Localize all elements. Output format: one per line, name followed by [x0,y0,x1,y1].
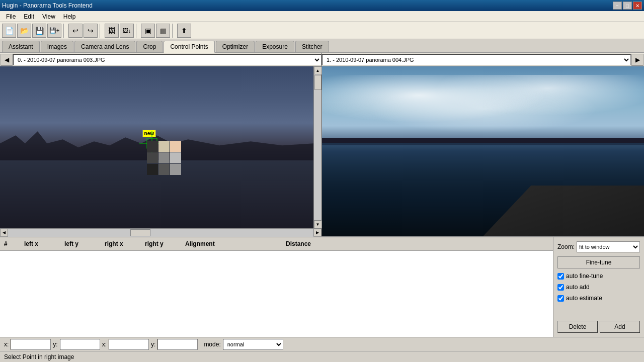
scroll-down-btn[interactable]: ▼ [314,220,322,228]
menu-file[interactable]: File [2,12,20,21]
y-left-input[interactable] [60,339,100,350]
bottom-section: # left x left y right x right y Alignmen… [0,236,644,337]
import-button[interactable]: 🖼 [105,24,119,38]
tab-control-points[interactable]: Control Points [164,41,214,53]
svg-rect-6 [147,152,158,163]
menu-help[interactable]: Help [59,12,80,21]
scroll-left-btn[interactable]: ◀ [0,229,8,237]
saveas-button[interactable]: 💾+ [47,24,61,38]
auto-estimate-checkbox[interactable] [557,295,564,302]
sep1 [63,24,66,38]
left-image-with-scroll: new [0,66,321,228]
x-left-input[interactable] [11,339,51,350]
zoom-row: Zoom: fit to window 25% 50% 75% 100% 150… [557,241,640,252]
svg-rect-12 [158,141,170,152]
save-button[interactable]: 💾 [32,24,46,38]
right-selector-row: 1. - 2010-09-07 panorama 004.JPG 0. - 20… [322,53,644,66]
x-right-input[interactable] [109,339,149,350]
minimize-button[interactable]: − [613,2,622,10]
auto-fine-tune-checkbox[interactable] [557,273,564,280]
delete-button[interactable]: Delete [557,321,598,333]
left-panel: ◀ 0. - 2010-09-07 panorama 003.JPG 1. - … [0,53,322,236]
left-image-canvas[interactable]: new [0,66,313,228]
right-image-select[interactable]: 1. - 2010-09-07 panorama 004.JPG 0. - 20… [322,54,631,65]
preview-button[interactable]: ▣ [141,24,155,38]
col-left-y: left y [60,239,101,248]
x-right-label: x: [102,341,107,348]
new-button[interactable]: 📄 [2,24,16,38]
sep2 [100,24,103,38]
main-area: ◀ 0. - 2010-09-07 panorama 003.JPG 1. - … [0,53,644,362]
col-distance: Distance [282,239,332,248]
right-controls-panel: Zoom: fit to window 25% 50% 75% 100% 150… [553,237,644,337]
maximize-button[interactable]: □ [623,2,632,10]
left-image-select[interactable]: 0. - 2010-09-07 panorama 003.JPG 1. - 20… [13,54,321,65]
left-scrollbar-horizontal[interactable]: ◀ ▶ [0,228,321,236]
scroll-hthumb[interactable] [130,229,150,236]
svg-rect-9 [147,164,158,175]
svg-rect-3 [147,141,158,152]
add-button[interactable]: Add [600,321,640,333]
image-row: ◀ 0. - 2010-09-07 panorama 003.JPG 1. - … [0,53,644,236]
close-button[interactable]: ✕ [633,2,642,10]
menu-edit[interactable]: Edit [20,12,38,21]
stitch-button[interactable]: ⬆ [177,24,191,38]
auto-fine-tune-label: auto fine-tune [566,273,603,280]
tab-camera-lens[interactable]: Camera and Lens [74,41,135,52]
coord-bar: x: y: x: y: mode: normal fine-tune add [0,337,644,351]
undo-button[interactable]: ↩ [68,24,83,38]
tab-assistant[interactable]: Assistant [2,41,40,52]
tab-crop[interactable]: Crop [136,41,163,52]
col-alignment: Alignment [181,239,282,248]
tab-images[interactable]: Images [41,41,73,52]
fine-tune-button[interactable]: Fine-tune [557,256,640,268]
svg-rect-8 [170,152,181,163]
auto-fine-tune-row: auto fine-tune [557,273,640,280]
menu-view[interactable]: View [38,12,59,21]
control-points-table[interactable]: # left x left y right x right y Alignmen… [0,237,553,337]
mode-select[interactable]: normal fine-tune add [223,339,283,350]
scroll-htrack[interactable] [8,229,313,237]
add-delete-row: Delete Add [557,321,640,333]
right-clouds [322,75,644,143]
table-body [0,251,553,326]
sep4 [172,24,175,38]
right-nav-next[interactable]: ▶ [631,54,643,66]
x-left-label: x: [4,341,9,348]
y-left-label: y: [53,341,57,348]
zoom-select[interactable]: fit to window 25% 50% 75% 100% 150% 200% [577,241,640,252]
left-nav-prev[interactable]: ◀ [1,54,13,66]
col-right-y: right y [141,239,181,248]
cp-preview-grid [147,141,182,176]
y-right-input[interactable] [157,339,198,350]
y-right-label: y: [151,341,155,348]
svg-rect-11 [170,164,181,175]
svg-rect-13 [170,141,181,152]
scroll-up-btn[interactable]: ▲ [314,66,322,74]
left-scrollbar-vertical[interactable]: ▲ ▼ [313,66,321,228]
scroll-thumb[interactable] [314,75,321,90]
opengl-button[interactable]: ▦ [156,24,170,38]
table-header: # left x left y right x right y Alignmen… [0,237,553,251]
svg-rect-7 [158,152,170,163]
tab-optimizer[interactable]: Optimizer [216,41,255,52]
right-panel: 1. - 2010-09-07 panorama 004.JPG 0. - 20… [322,53,644,236]
export-button[interactable]: 🖼↓ [120,24,134,38]
open-button[interactable]: 📂 [17,24,31,38]
tab-stitcher[interactable]: Stitcher [295,41,329,52]
sep3 [136,24,139,38]
titlebar-title: Hugin - Panorama Tools Frontend [2,2,93,9]
tab-exposure[interactable]: Exposure [256,41,294,52]
tabbar: Assistant Images Camera and Lens Crop Co… [0,39,644,53]
auto-add-label: auto add [566,284,590,291]
auto-add-checkbox[interactable] [557,284,564,291]
toolbar: 📄 📂 💾 💾+ ↩ ↪ 🖼 🖼↓ ▣ ▦ ⬆ [0,22,644,39]
auto-add-row: auto add [557,284,640,291]
redo-button[interactable]: ↪ [84,24,98,38]
titlebar-controls: − □ ✕ [613,2,642,10]
zoom-label: Zoom: [557,243,575,250]
right-image-canvas[interactable] [322,66,644,236]
scroll-track[interactable] [314,74,321,220]
scroll-right-btn[interactable]: ▶ [313,229,321,237]
statusbar: Select Point in right image [0,351,644,362]
